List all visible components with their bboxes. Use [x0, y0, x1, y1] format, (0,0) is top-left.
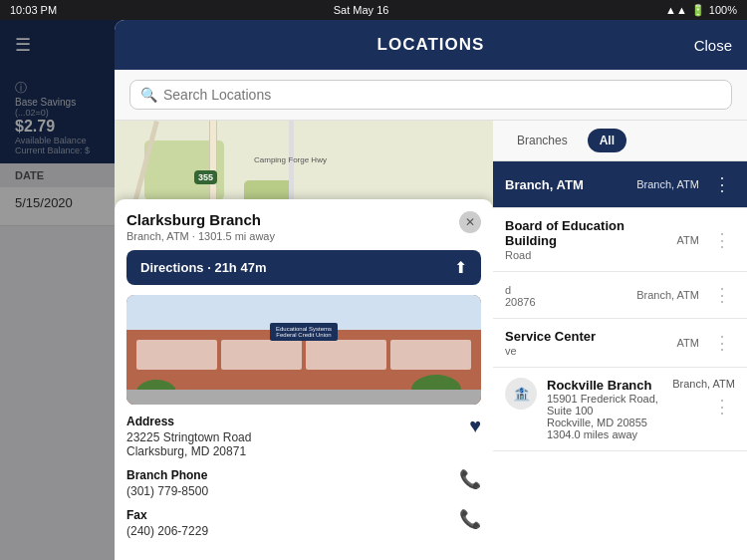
battery-icon: 🔋 — [691, 4, 705, 17]
filter-tabs: Branches All — [493, 121, 747, 161]
rockville-distance: 1304.0 miles away — [547, 428, 662, 440]
tab-branches[interactable]: Branches — [505, 129, 580, 152]
battery-percent: 100% — [709, 4, 737, 16]
fax-call-icon[interactable]: 📞 — [459, 508, 481, 530]
phone-row: Branch Phone (301) 779-8500 📞 — [126, 468, 481, 498]
search-container: 🔍 — [115, 70, 747, 121]
building-sign: Educational Systems Federal Credit Union — [270, 323, 338, 341]
phone-call-icon[interactable]: 📞 — [459, 468, 481, 490]
fax-value: (240) 206-7229 — [126, 524, 449, 538]
board-ed-address: Road — [505, 249, 667, 261]
list-item-unknown[interactable]: d20876 Branch, ATM ⋮ — [493, 272, 747, 319]
location-header-info: Clarksburg Branch Branch, ATM · 1301.5 m… — [126, 211, 275, 242]
clarksburg-badge: Branch, ATM — [636, 178, 699, 190]
unknown-badge: Branch, ATM — [636, 289, 699, 301]
tab-all[interactable]: All — [588, 129, 626, 152]
unknown-address: d20876 — [505, 284, 626, 308]
rockville-more-button[interactable]: ⋮ — [709, 394, 735, 420]
board-ed-more-button[interactable]: ⋮ — [709, 227, 735, 253]
phone-info: Branch Phone (301) 779-8500 — [126, 468, 449, 498]
status-right: ▲▲ 🔋 100% — [665, 4, 737, 17]
search-input-wrapper: 🔍 — [129, 80, 732, 110]
directions-text: Directions · 21h 47m — [140, 260, 266, 275]
card-close-button[interactable]: ✕ — [459, 211, 481, 233]
rockville-city: Rockville, MD 20855 — [547, 417, 662, 428]
rockville-address: 15901 Frederick Road, Suite 100 — [547, 393, 662, 417]
location-distance: 1301.5 mi away — [198, 230, 275, 242]
address-line1: 23225 Stringtown Road — [126, 430, 459, 444]
list-item-service-center[interactable]: Service Center ve ATM ⋮ — [493, 319, 747, 368]
location-type: Branch, ATM — [126, 230, 189, 242]
phone-label: Branch Phone — [126, 468, 449, 482]
highway-badge-355: 355 — [194, 170, 217, 184]
rockville-icon: 🏦 — [505, 378, 537, 410]
directions-bar[interactable]: Directions · 21h 47m ⬆ — [126, 250, 481, 285]
rockville-name: Rockville Branch — [547, 378, 662, 393]
modal-header: LOCATIONS Close — [115, 20, 747, 70]
wifi-icon: ▲▲ — [665, 4, 687, 16]
search-input[interactable] — [163, 87, 721, 103]
fax-label: Fax — [126, 508, 449, 522]
rockville-badge: Branch, ATM — [672, 378, 735, 390]
unknown-more-button[interactable]: ⋮ — [709, 282, 735, 308]
board-ed-name: Board of Education Building — [505, 218, 667, 248]
map-section[interactable]: 270 355 Camping Forge Hwy Kings Local P.… — [115, 121, 493, 560]
unknown-info: d20876 — [505, 283, 626, 308]
address-line2: Clarksburg, MD 20871 — [126, 444, 459, 458]
favorite-address-icon[interactable]: ♥ — [469, 415, 481, 437]
location-name: Clarksburg Branch — [126, 211, 275, 228]
phone-value: (301) 779-8500 — [126, 484, 449, 498]
service-center-badge: ATM — [677, 337, 699, 349]
status-date: Sat May 16 — [334, 4, 389, 16]
service-center-info: Service Center ve — [505, 329, 667, 357]
list-item-clarksburg[interactable]: Branch, ATM Branch, ATM ⋮ — [493, 161, 747, 208]
rockville-info: Rockville Branch 15901 Frederick Road, S… — [547, 378, 662, 440]
share-icon[interactable]: ⬆ — [454, 258, 467, 277]
modal-body: 270 355 Camping Forge Hwy Kings Local P.… — [115, 121, 747, 560]
locations-modal: LOCATIONS Close 🔍 — [115, 20, 747, 560]
clarksburg-more-button[interactable]: ⋮ — [709, 171, 735, 197]
clarksburg-info: Branch, ATM — [505, 177, 626, 192]
list-item-rockville[interactable]: 🏦 Rockville Branch 15901 Frederick Road,… — [493, 368, 747, 451]
address-row: Address 23225 Stringtown Road Clarksburg… — [126, 415, 481, 458]
location-card-header: Clarksburg Branch Branch, ATM · 1301.5 m… — [126, 211, 481, 242]
fax-info: Fax (240) 206-7229 — [126, 508, 449, 538]
service-center-name: Service Center — [505, 329, 667, 344]
list-item-board-ed[interactable]: Board of Education Building Road ATM ⋮ — [493, 208, 747, 272]
locations-list: Branches All Branch, ATM Branch, ATM ⋮ B… — [493, 121, 747, 560]
location-detail-card: Clarksburg Branch Branch, ATM · 1301.5 m… — [115, 199, 493, 560]
status-bar: 10:03 PM Sat May 16 ▲▲ 🔋 100% — [0, 0, 747, 20]
service-center-more-button[interactable]: ⋮ — [709, 330, 735, 356]
clarksburg-name: Branch, ATM — [505, 177, 626, 192]
modal-close-button[interactable]: Close — [694, 37, 732, 54]
fax-row: Fax (240) 206-7229 📞 — [126, 508, 481, 538]
search-icon: 🔍 — [140, 87, 157, 103]
location-photo: Educational Systems Federal Credit Union — [126, 295, 481, 405]
location-type-distance: Branch, ATM · 1301.5 mi away — [126, 230, 275, 242]
service-center-address: ve — [505, 345, 667, 357]
address-label: Address — [126, 415, 459, 428]
board-ed-info: Board of Education Building Road — [505, 218, 667, 261]
list-items-container: Branch, ATM Branch, ATM ⋮ Board of Educa… — [493, 161, 747, 560]
status-time: 10:03 PM — [10, 4, 57, 16]
modal-title: LOCATIONS — [377, 35, 485, 55]
address-info: Address 23225 Stringtown Road Clarksburg… — [126, 415, 459, 458]
board-ed-badge: ATM — [677, 234, 699, 246]
